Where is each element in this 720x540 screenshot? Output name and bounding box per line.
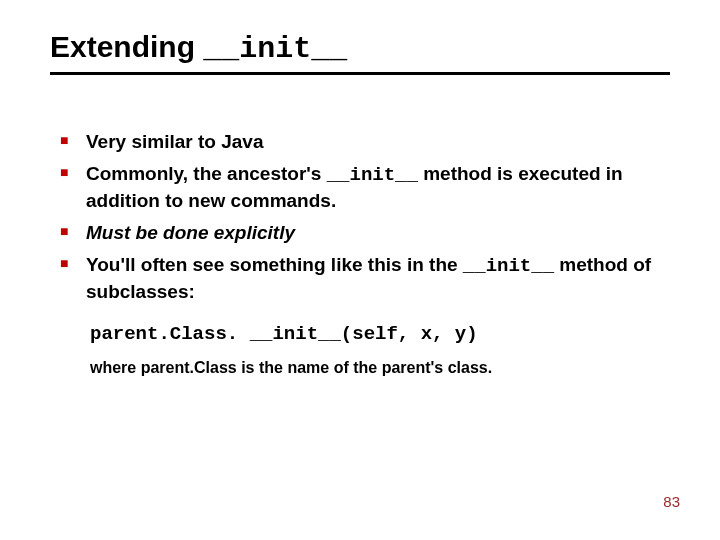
- bullet-4: You'll often see something like this in …: [60, 252, 670, 305]
- code-example: parent.Class. __init__(self, x, y): [90, 323, 670, 345]
- bullet-4-code: __init__: [463, 255, 554, 277]
- bullet-1-text: Very similar to Java: [86, 131, 263, 152]
- footer-note: where parent.Class is the name of the pa…: [90, 359, 670, 377]
- slide: Extending __init__ Very similar to Java …: [0, 0, 720, 540]
- bullet-list: Very similar to Java Commonly, the ances…: [60, 129, 670, 305]
- slide-title: Extending __init__: [50, 30, 670, 66]
- slide-body: Very similar to Java Commonly, the ances…: [50, 129, 670, 377]
- bullet-2: Commonly, the ancestor's __init__ method…: [60, 161, 670, 214]
- bullet-2-pre: Commonly, the ancestor's: [86, 163, 327, 184]
- bullet-1: Very similar to Java: [60, 129, 670, 155]
- title-underline: [50, 72, 670, 75]
- bullet-3: Must be done explicitly: [60, 220, 670, 246]
- bullet-4-pre: You'll often see something like this in …: [86, 254, 463, 275]
- title-code: __init__: [203, 32, 347, 66]
- bullet-2-code: __init__: [327, 164, 418, 186]
- bullet-3-text: Must be done explicitly: [86, 222, 295, 243]
- page-number: 83: [663, 493, 680, 510]
- title-prefix: Extending: [50, 30, 203, 63]
